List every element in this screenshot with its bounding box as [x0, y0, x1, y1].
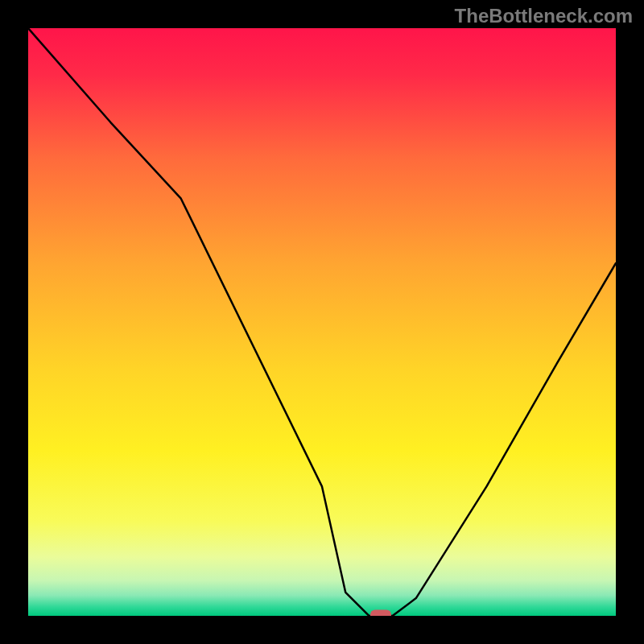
chart-frame: TheBottleneck.com [0, 0, 644, 644]
plot-area [28, 28, 616, 616]
gradient-background [28, 28, 616, 616]
chart-svg [28, 28, 616, 616]
watermark-text: TheBottleneck.com [455, 5, 633, 27]
optimal-point-marker [370, 610, 391, 617]
